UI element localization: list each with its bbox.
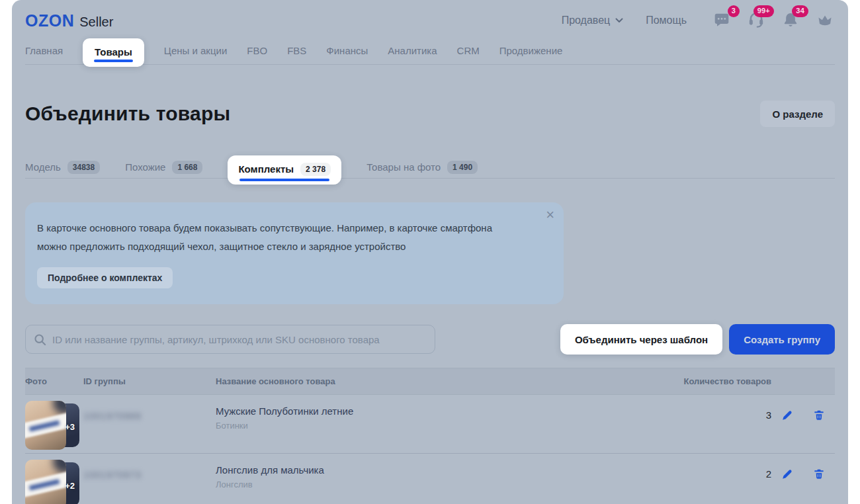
product-count: 2 bbox=[672, 460, 771, 480]
product-name[interactable]: Лонгслив для мальчика bbox=[216, 464, 672, 476]
subtab-label: Похожие bbox=[125, 161, 165, 173]
chevron-down-icon bbox=[615, 18, 623, 23]
pencil-icon bbox=[781, 409, 793, 421]
table-row: +3 1001970989 Мужские Полуботинки летние… bbox=[25, 395, 835, 453]
main-nav: Главная Товары Цены и акции FBO FBS Фина… bbox=[25, 37, 835, 65]
table-header-photo: Фото bbox=[25, 376, 83, 386]
subtab-label: Модель bbox=[25, 161, 61, 173]
nav-item-glavnaya[interactable]: Главная bbox=[25, 45, 63, 56]
crown-icon bbox=[816, 11, 834, 28]
search-field[interactable] bbox=[25, 325, 435, 354]
chat-badge: 3 bbox=[728, 5, 740, 17]
search-input[interactable] bbox=[52, 334, 427, 345]
banner-close-button[interactable]: × bbox=[546, 208, 554, 222]
product-category: Лонгслив bbox=[216, 480, 672, 489]
table-row: +2 1001970973 Лонгслив для мальчика Лонг… bbox=[25, 453, 835, 504]
nav-item-analitika[interactable]: Аналитика bbox=[388, 45, 437, 56]
group-id: 1001970989 bbox=[83, 401, 216, 421]
nav-item-fbs[interactable]: FBS bbox=[287, 45, 306, 56]
seller-menu[interactable]: Продавец bbox=[562, 15, 624, 26]
seller-menu-label: Продавец bbox=[562, 15, 611, 26]
page-title: Объединить товары bbox=[25, 103, 230, 125]
pencil-icon bbox=[781, 468, 793, 480]
ozon-logo-text: OZON bbox=[25, 11, 74, 30]
subtab-tovary-na-foto[interactable]: Товары на фото 1 490 bbox=[366, 161, 478, 174]
table-header: Фото ID группы Название основного товара… bbox=[25, 368, 835, 395]
support-button[interactable]: 99+ bbox=[748, 11, 766, 30]
subtab-count: 1 668 bbox=[172, 161, 202, 174]
thumbnail-extra-badge: +3 bbox=[65, 422, 75, 432]
table-header-name: Название основного товара bbox=[216, 376, 672, 386]
product-name[interactable]: Мужские Полуботинки летние bbox=[216, 405, 672, 417]
subtab-count: 34838 bbox=[67, 161, 100, 174]
name-cell: Лонгслив для мальчика Лонгслив bbox=[216, 460, 672, 489]
close-icon: × bbox=[546, 206, 554, 223]
help-label: Помощь bbox=[646, 15, 687, 26]
seller-page: OZON Seller Продавец Помощь 3 99+ bbox=[12, 0, 848, 504]
notifications-badge: 34 bbox=[792, 5, 808, 17]
nav-item-fbo[interactable]: FBO bbox=[247, 45, 267, 56]
subtab-label: Комплекты bbox=[238, 163, 294, 175]
banner-more-button[interactable]: Подробнее о комплектах bbox=[37, 267, 173, 288]
toolbar: Объединить через шаблон Создать группу bbox=[25, 324, 835, 355]
subtab-komplekty[interactable]: Комплекты 2 378 bbox=[228, 155, 341, 185]
ozon-seller-logo[interactable]: OZON Seller bbox=[25, 11, 113, 30]
about-section-button[interactable]: О разделе bbox=[760, 101, 835, 127]
table-header-group-id: ID группы bbox=[83, 376, 216, 386]
merge-via-template-button[interactable]: Объединить через шаблон bbox=[560, 324, 722, 355]
banner-text-line1: В карточке основного товара будем показы… bbox=[37, 219, 535, 237]
name-cell: Мужские Полуботинки летние Ботинки bbox=[216, 401, 672, 431]
product-photo bbox=[25, 401, 66, 450]
edit-button[interactable] bbox=[779, 407, 796, 425]
chat-button[interactable]: 3 bbox=[713, 11, 732, 30]
table-header-count: Количество товаров bbox=[672, 376, 771, 386]
premium-button[interactable] bbox=[816, 11, 835, 30]
nav-item-tseny-i-aktsii[interactable]: Цены и акции bbox=[164, 45, 227, 56]
create-group-button[interactable]: Создать группу bbox=[729, 324, 835, 355]
header-icons: 3 99+ 34 bbox=[713, 11, 835, 30]
edit-button[interactable] bbox=[779, 466, 796, 483]
subtab-model[interactable]: Модель 34838 bbox=[25, 161, 100, 174]
product-category: Ботинки bbox=[216, 421, 672, 431]
help-link[interactable]: Помощь bbox=[646, 15, 687, 26]
merge-subtabs: Модель 34838 Похожие 1 668 Комплекты 2 3… bbox=[25, 156, 835, 179]
product-thumbnail[interactable]: +3 bbox=[25, 401, 81, 450]
banner-text: В карточке основного товара будем показы… bbox=[37, 219, 535, 256]
photo-cell: +3 bbox=[25, 401, 83, 450]
thumbnail-extra-badge: +2 bbox=[65, 481, 75, 491]
search-icon bbox=[34, 333, 46, 346]
nav-item-crm[interactable]: CRM bbox=[457, 45, 480, 56]
nav-item-tovary[interactable]: Товары bbox=[83, 38, 144, 67]
product-thumbnail[interactable]: +2 bbox=[25, 460, 81, 504]
photo-label bbox=[25, 413, 66, 439]
delete-button[interactable] bbox=[810, 466, 828, 483]
title-row: Объединить товары О разделе bbox=[25, 101, 835, 127]
trash-icon bbox=[813, 409, 825, 421]
notifications-button[interactable]: 34 bbox=[782, 11, 800, 30]
photo-label bbox=[25, 472, 66, 498]
nav-item-finansy[interactable]: Финансы bbox=[326, 45, 368, 56]
photo-cell: +2 bbox=[25, 460, 83, 504]
subtab-label: Товары на фото bbox=[366, 161, 441, 173]
support-badge: 99+ bbox=[753, 5, 774, 17]
seller-logo-text: Seller bbox=[79, 15, 113, 30]
product-count: 3 bbox=[672, 401, 771, 421]
banner-text-line2: можно предложить подходящий чехол, защит… bbox=[37, 237, 535, 256]
trash-icon bbox=[813, 468, 825, 480]
group-id: 1001970973 bbox=[83, 460, 216, 480]
top-bar-right: Продавец Помощь 3 99+ 34 bbox=[562, 11, 835, 30]
toolbar-buttons: Объединить через шаблон Создать группу bbox=[560, 324, 835, 355]
info-banner: В карточке основного товара будем показы… bbox=[25, 202, 564, 304]
product-photo bbox=[25, 460, 66, 504]
subtab-count: 1 490 bbox=[447, 161, 478, 174]
subtab-count: 2 378 bbox=[300, 163, 331, 176]
top-bar: OZON Seller Продавец Помощь 3 99+ bbox=[25, 0, 835, 37]
nav-item-prodvizhenie[interactable]: Продвижение bbox=[499, 45, 563, 56]
subtab-pokhozhie[interactable]: Похожие 1 668 bbox=[125, 161, 202, 174]
delete-button[interactable] bbox=[810, 407, 828, 425]
